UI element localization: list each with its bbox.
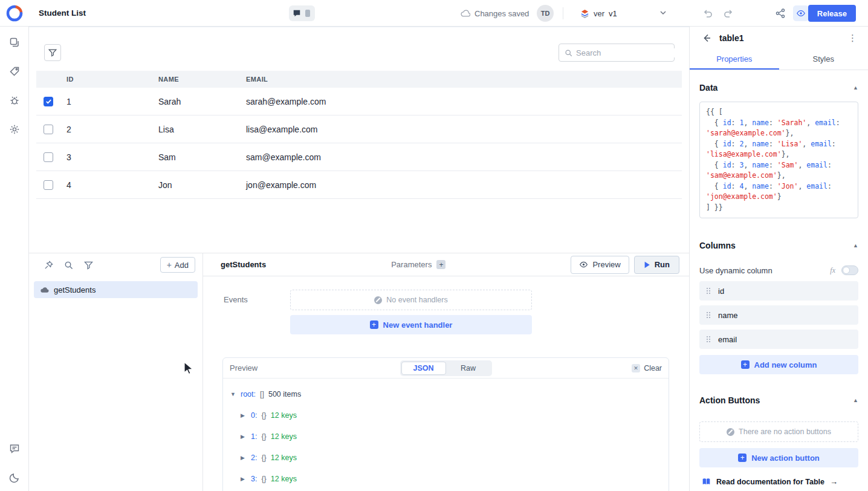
collapse-caret-icon[interactable]: ▲ (853, 242, 858, 249)
undo-icon[interactable] (702, 8, 713, 19)
drag-handle-icon[interactable] (707, 336, 710, 342)
new-action-button[interactable]: + New action button (699, 448, 858, 467)
column-header-name[interactable]: NAME (158, 76, 246, 83)
cell-name[interactable]: Jon (158, 180, 246, 190)
query-preview-button[interactable]: Preview (571, 256, 629, 274)
column-item[interactable]: id (699, 281, 858, 301)
add-new-column-button[interactable]: + Add new column (699, 355, 858, 374)
row-checkbox[interactable] (44, 152, 53, 162)
cell-name[interactable]: Sarah (158, 97, 246, 106)
table-widget[interactable]: ID NAME EMAIL 1 Sarah sarah@example.com … (36, 36, 682, 249)
widget-name[interactable]: table1 (719, 33, 743, 43)
row-checkbox[interactable] (44, 97, 53, 106)
caret-down-icon[interactable]: ▼ (230, 391, 236, 397)
read-documentation-link[interactable]: Read documentation for Table → (699, 477, 858, 486)
column-item[interactable]: email (699, 330, 858, 349)
json-tree-item[interactable]: ▶ 0: {} 12 keys (230, 405, 662, 426)
tab-styles[interactable]: Styles (779, 50, 868, 70)
chevron-down-icon[interactable] (659, 8, 667, 17)
table-row[interactable]: 1 Sarah sarah@example.com (36, 88, 682, 115)
column-item[interactable]: name (699, 305, 858, 325)
filter-icon[interactable] (84, 261, 93, 270)
preview-app-button[interactable] (793, 5, 809, 21)
app-canvas[interactable]: ID NAME EMAIL 1 Sarah sarah@example.com … (29, 27, 689, 253)
cell-id[interactable]: 4 (66, 180, 158, 190)
cell-email[interactable]: sarah@example.com (246, 97, 682, 106)
pin-icon[interactable] (44, 261, 53, 270)
kebab-menu-icon[interactable]: ⋮ (848, 33, 857, 44)
query-title[interactable]: getStudents (221, 260, 266, 269)
caret-right-icon[interactable]: ▶ (241, 476, 247, 482)
table-row[interactable]: 4 Jon jon@example.com (36, 171, 682, 199)
debug-bug-icon[interactable] (9, 95, 20, 106)
section-action-buttons-header[interactable]: Action Buttons ▲ (699, 395, 858, 406)
share-icon[interactable] (775, 8, 786, 19)
canvas-panel-icon[interactable] (304, 9, 311, 18)
tag-icon[interactable] (9, 66, 20, 77)
column-item-label: id (718, 287, 724, 296)
play-icon (644, 261, 650, 268)
settings-gear-icon[interactable] (9, 124, 20, 135)
no-event-handlers-placeholder: No event handlers (290, 290, 532, 310)
pages-icon[interactable] (9, 37, 20, 48)
add-parameter-button[interactable]: + (436, 260, 445, 269)
drag-handle-icon[interactable] (707, 312, 710, 318)
cell-email[interactable]: lisa@example.com (246, 125, 682, 134)
new-event-handler-button[interactable]: + New event handler (290, 315, 532, 334)
column-header-email[interactable]: EMAIL (246, 76, 682, 83)
cell-id[interactable]: 3 (66, 152, 158, 162)
query-run-button[interactable]: Run (634, 256, 679, 274)
version-selector[interactable]: ver v1 (580, 0, 617, 27)
json-tree-item[interactable]: ▶ 2: {} 12 keys (230, 447, 662, 468)
left-icon-rail (0, 27, 29, 491)
app-logo-icon[interactable] (5, 4, 24, 22)
section-data-header[interactable]: Data ▲ (699, 82, 858, 93)
avatar[interactable]: TD (537, 5, 554, 22)
query-list-item[interactable]: getStudents (34, 281, 198, 298)
back-icon[interactable] (702, 33, 711, 43)
cell-name[interactable]: Sam (158, 152, 246, 162)
version-value: v1 (609, 9, 617, 18)
tab-raw[interactable]: Raw (446, 362, 491, 375)
comment-icon[interactable] (293, 9, 301, 18)
table-row[interactable]: 3 Sam sam@example.com (36, 143, 682, 171)
collapse-caret-icon[interactable]: ▲ (853, 397, 858, 403)
drag-handle-icon[interactable] (707, 288, 710, 294)
table-filter-button[interactable] (44, 44, 61, 61)
cloud-query-icon (40, 286, 49, 293)
table-search[interactable] (559, 44, 675, 62)
release-button[interactable]: Release (808, 5, 856, 22)
plus-square-icon: + (370, 320, 378, 329)
table-search-input[interactable] (576, 48, 682, 57)
caret-right-icon[interactable]: ▶ (241, 412, 247, 418)
add-query-button[interactable]: + Add (160, 257, 195, 273)
json-tree-item[interactable]: ▶ 1: {} 12 keys (230, 426, 662, 447)
collapse-caret-icon[interactable]: ▲ (853, 85, 858, 91)
caret-right-icon[interactable]: ▶ (241, 434, 247, 440)
column-header-id[interactable]: ID (66, 76, 158, 83)
cell-name[interactable]: Lisa (158, 125, 246, 134)
empty-circle-icon (727, 428, 734, 436)
row-checkbox[interactable] (44, 180, 53, 190)
tab-json[interactable]: JSON (401, 362, 446, 375)
tab-properties[interactable]: Properties (690, 50, 779, 70)
cell-id[interactable]: 2 (66, 125, 158, 134)
help-chat-icon[interactable] (9, 443, 20, 454)
cell-email[interactable]: sam@example.com (246, 152, 682, 162)
dynamic-column-toggle[interactable] (841, 265, 858, 275)
cell-id[interactable]: 1 (66, 97, 158, 106)
table-row[interactable]: 2 Lisa lisa@example.com (36, 115, 682, 143)
theme-moon-icon[interactable] (9, 472, 20, 483)
clear-button[interactable]: ✕ Clear (632, 364, 662, 372)
json-tree-item[interactable]: ▶ 3: {} 12 keys (230, 468, 662, 489)
panel-toggle-group[interactable] (289, 5, 315, 21)
caret-right-icon[interactable]: ▶ (241, 455, 247, 461)
json-tree-root[interactable]: ▼ root: [] 500 items (230, 383, 662, 405)
section-columns-header[interactable]: Columns ▲ (699, 240, 858, 251)
row-checkbox[interactable] (44, 125, 53, 134)
data-code-editor[interactable]: {{ [ { id: 1, name: 'Sarah', email:'sara… (699, 102, 858, 218)
fx-icon[interactable]: fx (830, 266, 835, 275)
redo-icon[interactable] (723, 8, 734, 19)
search-icon[interactable] (64, 261, 73, 270)
cell-email[interactable]: jon@example.com (246, 180, 682, 190)
